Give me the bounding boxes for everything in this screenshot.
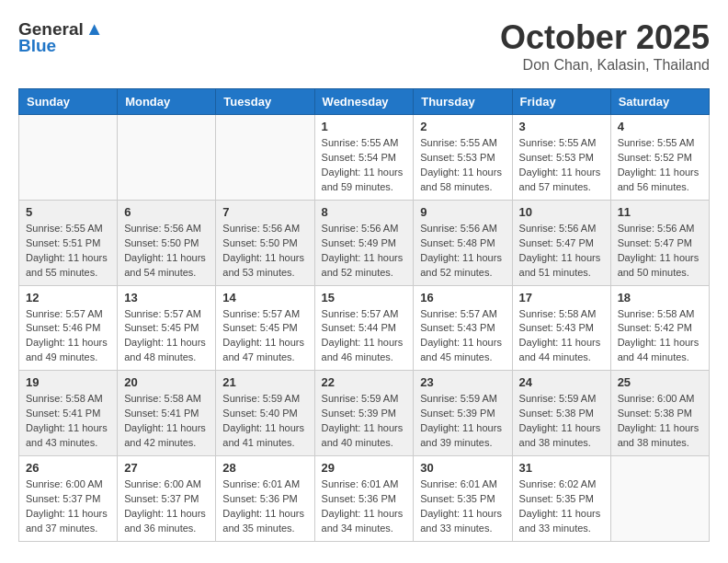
calendar-table: SundayMondayTuesdayWednesdayThursdayFrid…: [18, 88, 710, 542]
calendar-cell: 4Sunrise: 5:55 AM Sunset: 5:52 PM Daylig…: [610, 115, 709, 201]
day-number: 19: [26, 375, 110, 389]
calendar-cell: 27Sunrise: 6:00 AM Sunset: 5:37 PM Dayli…: [118, 456, 216, 542]
calendar-cell: 12Sunrise: 5:57 AM Sunset: 5:46 PM Dayli…: [19, 285, 118, 371]
week-row-3: 12Sunrise: 5:57 AM Sunset: 5:46 PM Dayli…: [19, 285, 710, 371]
week-row-1: 1Sunrise: 5:55 AM Sunset: 5:54 PM Daylig…: [19, 115, 710, 201]
day-number: 17: [519, 291, 604, 304]
day-number: 24: [519, 375, 604, 389]
day-info: Sunrise: 5:57 AM Sunset: 5:43 PM Dayligh…: [420, 307, 505, 366]
weekday-header-thursday: Thursday: [414, 89, 512, 115]
day-info: Sunrise: 5:56 AM Sunset: 5:50 PM Dayligh…: [124, 222, 209, 281]
calendar-cell: 3Sunrise: 5:55 AM Sunset: 5:53 PM Daylig…: [512, 115, 610, 201]
day-info: Sunrise: 5:58 AM Sunset: 5:42 PM Dayligh…: [618, 307, 702, 366]
day-number: 13: [124, 291, 209, 304]
calendar-cell: 23Sunrise: 5:59 AM Sunset: 5:39 PM Dayli…: [414, 371, 512, 456]
day-number: 12: [26, 291, 110, 304]
calendar-cell: 26Sunrise: 6:00 AM Sunset: 5:37 PM Dayli…: [19, 456, 118, 542]
calendar-cell: 5Sunrise: 5:55 AM Sunset: 5:51 PM Daylig…: [19, 200, 118, 285]
day-info: Sunrise: 5:59 AM Sunset: 5:39 PM Dayligh…: [322, 392, 407, 451]
calendar-cell: 28Sunrise: 6:01 AM Sunset: 5:36 PM Dayli…: [216, 456, 314, 542]
day-info: Sunrise: 5:56 AM Sunset: 5:47 PM Dayligh…: [519, 222, 604, 281]
calendar-cell: 31Sunrise: 6:02 AM Sunset: 5:35 PM Dayli…: [512, 456, 610, 542]
weekday-header-tuesday: Tuesday: [216, 89, 314, 115]
calendar-cell: 21Sunrise: 5:59 AM Sunset: 5:40 PM Dayli…: [216, 371, 314, 456]
calendar-cell: 22Sunrise: 5:59 AM Sunset: 5:39 PM Dayli…: [314, 371, 414, 456]
day-info: Sunrise: 6:00 AM Sunset: 5:37 PM Dayligh…: [26, 477, 110, 536]
day-info: Sunrise: 5:58 AM Sunset: 5:41 PM Dayligh…: [26, 392, 110, 451]
calendar-cell: 10Sunrise: 5:56 AM Sunset: 5:47 PM Dayli…: [512, 200, 610, 285]
calendar-cell: [19, 115, 118, 201]
calendar-cell: 19Sunrise: 5:58 AM Sunset: 5:41 PM Dayli…: [19, 371, 118, 456]
month-title: October 2025: [500, 18, 710, 57]
calendar-cell: 7Sunrise: 5:56 AM Sunset: 5:50 PM Daylig…: [216, 200, 314, 285]
day-number: 20: [124, 375, 209, 389]
day-number: 16: [420, 291, 505, 304]
logo: General ▲ Blue: [18, 18, 104, 56]
calendar-cell: 15Sunrise: 5:57 AM Sunset: 5:44 PM Dayli…: [314, 285, 414, 371]
day-info: Sunrise: 6:02 AM Sunset: 5:35 PM Dayligh…: [519, 477, 604, 536]
day-info: Sunrise: 5:56 AM Sunset: 5:48 PM Dayligh…: [420, 222, 505, 281]
day-info: Sunrise: 6:01 AM Sunset: 5:35 PM Dayligh…: [420, 477, 505, 536]
day-number: 25: [618, 375, 702, 389]
week-row-4: 19Sunrise: 5:58 AM Sunset: 5:41 PM Dayli…: [19, 371, 710, 456]
day-number: 3: [519, 120, 604, 133]
calendar-cell: [118, 115, 216, 201]
day-info: Sunrise: 6:00 AM Sunset: 5:38 PM Dayligh…: [618, 392, 702, 451]
day-info: Sunrise: 5:55 AM Sunset: 5:52 PM Dayligh…: [618, 136, 702, 195]
day-number: 9: [420, 205, 505, 219]
day-number: 7: [222, 205, 307, 219]
week-row-2: 5Sunrise: 5:55 AM Sunset: 5:51 PM Daylig…: [19, 200, 710, 285]
day-number: 18: [618, 291, 702, 304]
day-number: 1: [322, 120, 407, 133]
day-info: Sunrise: 5:59 AM Sunset: 5:39 PM Dayligh…: [420, 392, 505, 451]
day-info: Sunrise: 5:56 AM Sunset: 5:47 PM Dayligh…: [618, 222, 702, 281]
logo-icon: ▲: [85, 18, 104, 40]
day-number: 10: [519, 205, 604, 219]
weekday-header-wednesday: Wednesday: [314, 89, 414, 115]
day-info: Sunrise: 6:00 AM Sunset: 5:37 PM Dayligh…: [124, 477, 209, 536]
calendar-cell: 16Sunrise: 5:57 AM Sunset: 5:43 PM Dayli…: [414, 285, 512, 371]
day-number: 31: [519, 461, 604, 475]
day-info: Sunrise: 5:55 AM Sunset: 5:51 PM Dayligh…: [26, 222, 110, 281]
day-number: 14: [222, 291, 307, 304]
calendar-cell: 30Sunrise: 6:01 AM Sunset: 5:35 PM Dayli…: [414, 456, 512, 542]
title-section: October 2025 Don Chan, Kalasin, Thailand: [500, 18, 710, 74]
calendar-cell: 1Sunrise: 5:55 AM Sunset: 5:54 PM Daylig…: [314, 115, 414, 201]
day-number: 11: [618, 205, 702, 219]
day-number: 8: [322, 205, 407, 219]
location-title: Don Chan, Kalasin, Thailand: [500, 57, 710, 74]
day-info: Sunrise: 5:55 AM Sunset: 5:53 PM Dayligh…: [420, 136, 505, 195]
day-info: Sunrise: 5:57 AM Sunset: 5:44 PM Dayligh…: [322, 307, 407, 366]
calendar-cell: 13Sunrise: 5:57 AM Sunset: 5:45 PM Dayli…: [118, 285, 216, 371]
day-number: 23: [420, 375, 505, 389]
day-number: 22: [322, 375, 407, 389]
day-info: Sunrise: 5:58 AM Sunset: 5:41 PM Dayligh…: [124, 392, 209, 451]
weekday-header-friday: Friday: [512, 89, 610, 115]
weekday-header-sunday: Sunday: [19, 89, 118, 115]
calendar-cell: 6Sunrise: 5:56 AM Sunset: 5:50 PM Daylig…: [118, 200, 216, 285]
calendar-cell: 17Sunrise: 5:58 AM Sunset: 5:43 PM Dayli…: [512, 285, 610, 371]
week-row-5: 26Sunrise: 6:00 AM Sunset: 5:37 PM Dayli…: [19, 456, 710, 542]
day-number: 15: [322, 291, 407, 304]
weekday-header-saturday: Saturday: [610, 89, 709, 115]
calendar-cell: 8Sunrise: 5:56 AM Sunset: 5:49 PM Daylig…: [314, 200, 414, 285]
day-number: 28: [222, 461, 307, 475]
day-number: 6: [124, 205, 209, 219]
calendar-cell: 9Sunrise: 5:56 AM Sunset: 5:48 PM Daylig…: [414, 200, 512, 285]
day-info: Sunrise: 5:57 AM Sunset: 5:45 PM Dayligh…: [222, 307, 307, 366]
day-number: 4: [618, 120, 702, 133]
calendar-cell: 24Sunrise: 5:59 AM Sunset: 5:38 PM Dayli…: [512, 371, 610, 456]
calendar-cell: 14Sunrise: 5:57 AM Sunset: 5:45 PM Dayli…: [216, 285, 314, 371]
weekday-header-row: SundayMondayTuesdayWednesdayThursdayFrid…: [19, 89, 710, 115]
calendar-cell: [216, 115, 314, 201]
day-number: 27: [124, 461, 209, 475]
day-info: Sunrise: 5:57 AM Sunset: 5:45 PM Dayligh…: [124, 307, 209, 366]
day-number: 2: [420, 120, 505, 133]
day-info: Sunrise: 5:58 AM Sunset: 5:43 PM Dayligh…: [519, 307, 604, 366]
day-info: Sunrise: 5:59 AM Sunset: 5:40 PM Dayligh…: [222, 392, 307, 451]
day-info: Sunrise: 5:57 AM Sunset: 5:46 PM Dayligh…: [26, 307, 110, 366]
page-header: General ▲ Blue October 2025 Don Chan, Ka…: [18, 18, 710, 74]
weekday-header-monday: Monday: [118, 89, 216, 115]
day-number: 26: [26, 461, 110, 475]
day-number: 29: [322, 461, 407, 475]
